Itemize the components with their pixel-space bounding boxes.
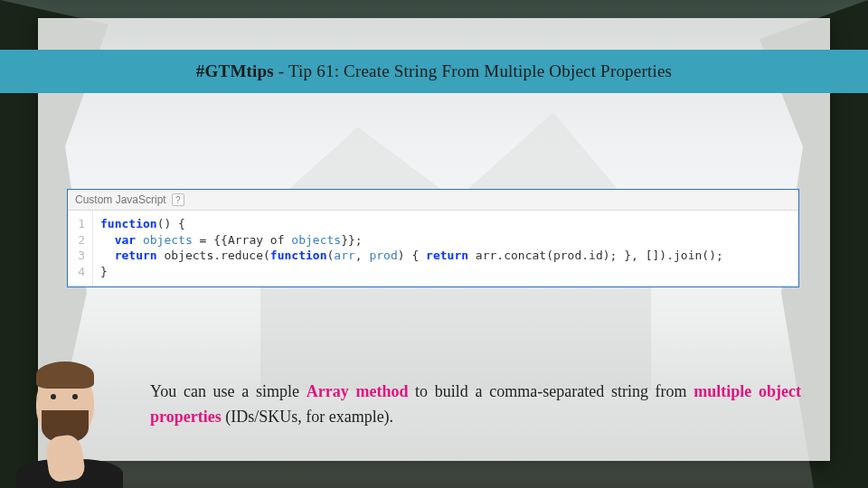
- caption-text: You can use a simple Array method to bui…: [150, 380, 801, 430]
- line-number: 2: [73, 232, 85, 249]
- help-icon[interactable]: ?: [172, 193, 184, 206]
- code-header-label: Custom JavaScript: [75, 193, 166, 206]
- code-panel: Custom JavaScript ? 1 2 3 4 function() {…: [67, 189, 799, 287]
- title-bar: #GTMtips - Tip 61: Create String From Mu…: [0, 50, 868, 93]
- title-text: - Tip 61: Create String From Multiple Ob…: [274, 61, 672, 80]
- line-number: 1: [73, 216, 85, 232]
- line-number: 3: [73, 248, 85, 264]
- highlight-array-method: Array method: [307, 382, 409, 400]
- code-body: 1 2 3 4 function() { var objects = {{Arr…: [68, 211, 798, 286]
- code-lines: function() { var objects = {{Array of ob…: [93, 211, 732, 286]
- presenter-avatar: [5, 352, 127, 488]
- line-number: 4: [73, 264, 85, 280]
- code-gutter: 1 2 3 4: [68, 211, 93, 286]
- title-hashtag: #GTMtips: [196, 61, 274, 80]
- code-header: Custom JavaScript ?: [68, 190, 798, 211]
